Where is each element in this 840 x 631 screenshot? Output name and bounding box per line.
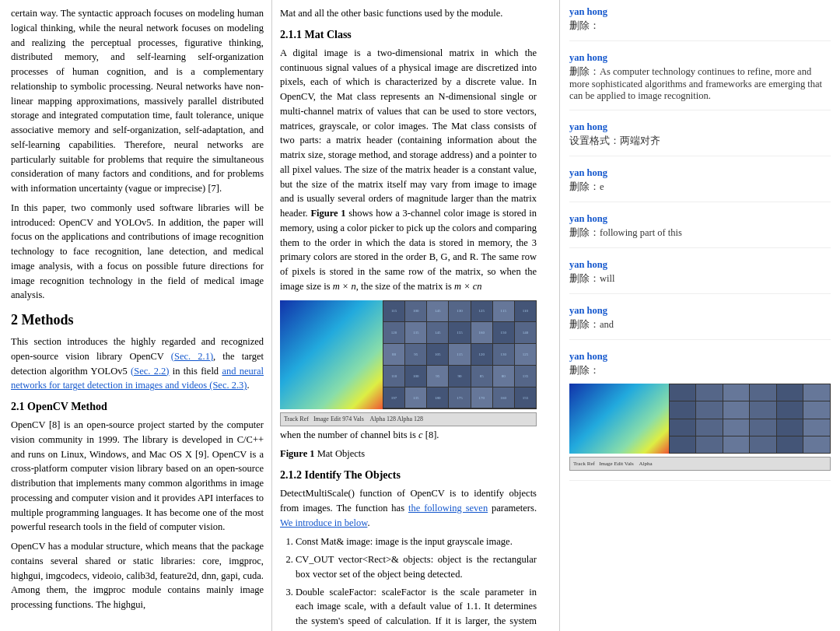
sidebar-comment-6: yan hong 删除：will (569, 259, 831, 294)
introduce-link[interactable]: We introduce in below (280, 517, 367, 528)
grid-cell: 145 (427, 301, 448, 322)
sidebar-grid-cell (777, 419, 803, 436)
grid-cell: 100 (405, 301, 426, 322)
sidebar-action-3: 设置格式：两端对齐 (569, 135, 831, 148)
para2-italic1: m × n (333, 281, 356, 292)
sidebar-comment-1: yan hong 删除： (569, 6, 831, 41)
grid-cell: 150 (493, 322, 514, 343)
para3-end: . (247, 380, 250, 391)
grid-cell: 110 (383, 366, 404, 387)
section2-heading: 2 Methods (11, 312, 264, 328)
sidebar-username-4[interactable]: yan hong (569, 167, 831, 179)
sidebar-action-1: 删除： (569, 19, 831, 33)
grid-cell: 125 (515, 344, 536, 365)
sidebar-grid-cell (777, 384, 803, 401)
figure1-grid: 115 100 145 130 125 115 110 120 135 145 … (383, 300, 537, 409)
sidebar-grid-cell (696, 384, 723, 401)
sidebar-grid-cell (670, 419, 696, 436)
sidebar-username-2[interactable]: yan hong (569, 52, 831, 64)
sidebar-grid-cell (696, 401, 723, 418)
sidebar-username-1[interactable]: yan hong (569, 6, 831, 18)
left-para3: This section introduces the highly regar… (11, 335, 264, 393)
para2-italic2: m × cn (454, 281, 482, 292)
right-para2: A digital image is a two-dimensional mat… (280, 46, 537, 294)
sidebar-action-2: 删除：As computer technology continues to r… (569, 65, 831, 102)
para3-end: . (367, 517, 369, 528)
grid-cell: 180 (427, 387, 448, 408)
sidebar-grid-cell (750, 419, 776, 436)
sidebar-comment-2: yan hong 删除：As computer technology conti… (569, 52, 831, 110)
sidebar-grid-cell (723, 419, 750, 436)
sidebar-grid-cell (670, 401, 696, 418)
detect-params-list: Const Mat& image: image is the input gra… (280, 535, 537, 631)
sidebar-username-6[interactable]: yan hong (569, 259, 831, 271)
grid-cell: 145 (427, 322, 448, 343)
sidebar-figure-image (569, 384, 831, 454)
grid-cell: 130 (493, 344, 514, 365)
sidebar-username-7[interactable]: yan hong (569, 305, 831, 317)
grid-cell: 115 (383, 301, 404, 322)
grid-cell: 175 (449, 387, 470, 408)
section211-heading: 2.1.1 Mat Class (280, 29, 537, 41)
grid-cell: 95 (405, 344, 426, 365)
sidebar: yan hong 删除： yan hong 删除：As computer tec… (560, 0, 840, 631)
grid-cell: 90 (449, 366, 470, 387)
figure-caption-label: Figure 1 (280, 448, 315, 459)
sidebar-grid-cell (723, 384, 750, 401)
figure-caption: Figure 1 Mat Objects (280, 447, 537, 461)
sidebar-grid-cell (803, 401, 830, 418)
sidebar-username-5[interactable]: yan hong (569, 213, 831, 225)
sidebar-grid-cell (777, 401, 803, 418)
grid-cell: 130 (449, 301, 470, 322)
list-item-2: CV_OUT vector<Rect>& objects: object is … (296, 552, 537, 582)
grid-cell: 197 (383, 387, 404, 408)
para3-mid: parameters. (488, 503, 537, 514)
grid-cell: 125 (471, 301, 492, 322)
right-para3: DetectMultiScale() function of OpenCV is… (280, 486, 537, 530)
left-column: certain way. The syntactic approach focu… (0, 0, 272, 631)
grid-cell: 135 (405, 387, 426, 408)
sidebar-figure-bar: Track Ref Image Edit Vals Alpha (569, 457, 831, 471)
following-seven-link[interactable]: the following seven (408, 503, 488, 514)
sidebar-username-8[interactable]: yan hong (569, 351, 831, 363)
grid-cell: 140 (515, 322, 536, 343)
sidebar-grid-cell (696, 436, 723, 453)
para3-mid2: in this field (170, 366, 219, 377)
grid-cell: 80 (493, 366, 514, 387)
sidebar-comment-3: yan hong 设置格式：两端对齐 (569, 121, 831, 156)
grid-cell: 170 (471, 387, 492, 408)
list-item-1: Const Mat& image: image is the input gra… (296, 535, 537, 549)
grid-cell: 85 (471, 366, 492, 387)
para2-cont2: , the size of the matrix is (356, 281, 454, 292)
sidebar-grid-cell (750, 401, 776, 418)
sidebar-comment-8: yan hong 删除： (569, 351, 831, 481)
sidebar-comment-7: yan hong 删除：and (569, 305, 831, 340)
figure-bar: Track Ref Image Edit 974 Vals Alpha 128 … (280, 412, 537, 426)
sidebar-grid-cell (750, 384, 776, 401)
sidebar-action-7: 删除：and (569, 318, 831, 331)
grid-cell: 135 (405, 322, 426, 343)
left-para4: OpenCV [8] is an open-source project sta… (11, 418, 264, 535)
figure1-gradient (280, 300, 383, 409)
grid-cell: 160 (493, 387, 514, 408)
sidebar-comment-4: yan hong 删除：e (569, 167, 831, 202)
sidebar-username-3[interactable]: yan hong (569, 121, 831, 133)
grid-cell: 110 (515, 301, 536, 322)
section212-heading: 2.1.2 Identify The Objects (280, 469, 537, 482)
figure-note-end: [8]. (423, 429, 439, 440)
grid-cell: 160 (471, 322, 492, 343)
sec22-link[interactable]: (Sec. 2.2) (131, 366, 169, 377)
sidebar-grid-cell (696, 419, 723, 436)
sidebar-grid-cell (803, 384, 830, 401)
sidebar-action-5: 删除：following part of this (569, 226, 831, 240)
grid-cell: 95 (427, 366, 448, 387)
sidebar-grid-cell (723, 436, 750, 453)
sidebar-action-8: 删除： (569, 364, 831, 377)
sidebar-grid-cell (723, 401, 750, 418)
left-para1: certain way. The syntactic approach focu… (11, 6, 264, 196)
section21-heading: 2.1 OpenCV Method (11, 401, 264, 413)
sec21-link[interactable]: (Sec. 2.1) (171, 351, 213, 362)
sidebar-action-6: 删除：will (569, 272, 831, 286)
para2-text1: A digital image is a two-dimensional mat… (280, 47, 537, 219)
grid-cell: 135 (515, 366, 536, 387)
